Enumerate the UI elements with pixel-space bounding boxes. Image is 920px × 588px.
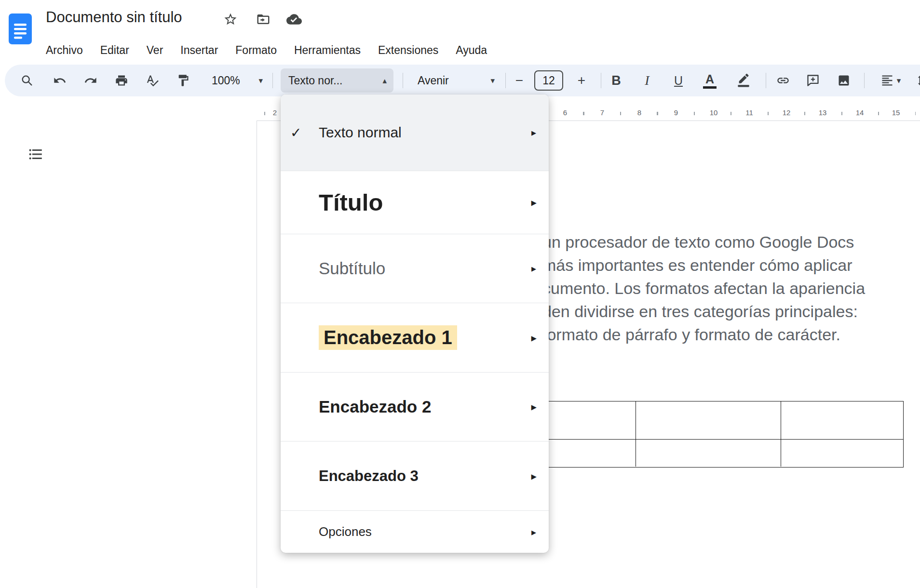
bold-button[interactable]: B xyxy=(606,70,627,91)
ruler-number: 2 xyxy=(273,108,277,117)
align-button[interactable]: ▾ xyxy=(873,70,908,91)
spellcheck-icon xyxy=(146,74,159,87)
ruler-number: 15 xyxy=(892,108,900,117)
zoom-value: 100% xyxy=(212,74,240,87)
line-spacing-button[interactable] xyxy=(913,70,920,91)
font-family-select[interactable]: Avenir ▾ xyxy=(411,70,501,91)
toolbar-divider xyxy=(766,73,766,88)
ruler-number: 14 xyxy=(856,108,864,117)
style-option-label-highlighted: Encabezado 1 xyxy=(319,325,457,350)
style-option-encabezado-1[interactable]: Encabezado 1 ▸ xyxy=(281,303,549,373)
toolbar-divider xyxy=(505,73,506,88)
chevron-down-icon: ▾ xyxy=(490,77,495,85)
submenu-arrow-icon: ▸ xyxy=(531,470,536,482)
submenu-arrow-icon: ▸ xyxy=(531,401,536,413)
submenu-arrow-icon: ▸ xyxy=(531,197,536,208)
style-option-texto-normal[interactable]: ✓ Texto normal ▸ xyxy=(281,94,549,171)
style-option-subtitulo[interactable]: Subtítulo ▸ xyxy=(281,234,549,303)
menu-extensiones[interactable]: Extensiones xyxy=(369,40,447,60)
menu-ver[interactable]: Ver xyxy=(138,40,172,60)
cloud-saved-icon xyxy=(286,12,302,27)
undo-icon xyxy=(53,74,67,87)
toolbar-divider xyxy=(272,73,273,88)
table-cell[interactable] xyxy=(636,401,781,439)
italic-button[interactable]: I xyxy=(636,70,658,91)
font-size-input[interactable]: 12 xyxy=(534,70,563,91)
paragraph-styles-select[interactable]: Texto nor... ▴ xyxy=(281,68,393,93)
menu-herramientas[interactable]: Herramientas xyxy=(285,40,369,60)
print-button[interactable] xyxy=(111,70,132,91)
table-cell[interactable] xyxy=(781,401,903,439)
style-option-label: Encabezado 3 xyxy=(319,468,419,485)
insert-image-button[interactable] xyxy=(833,70,854,91)
move-folder-icon xyxy=(256,12,271,27)
link-icon xyxy=(776,74,790,87)
search-menus-button[interactable] xyxy=(16,70,38,91)
chevron-up-icon: ▴ xyxy=(382,77,387,85)
chevron-down-icon: ▾ xyxy=(897,77,901,85)
font-size-value: 12 xyxy=(542,74,555,87)
styles-value: Texto nor... xyxy=(288,74,343,87)
minus-icon: − xyxy=(515,74,523,87)
text-color-icon: A xyxy=(703,73,717,89)
star-icon xyxy=(223,12,238,27)
toolbar-divider xyxy=(601,73,601,88)
document-status-button[interactable] xyxy=(285,11,303,28)
document-line[interactable]: formato de párrafo y formato de carácter… xyxy=(542,323,865,346)
ruler-number: 8 xyxy=(637,108,641,117)
style-option-titulo[interactable]: Título ▸ xyxy=(281,171,549,234)
star-button[interactable] xyxy=(222,11,239,28)
undo-button[interactable] xyxy=(49,70,70,91)
decrease-font-size-button[interactable]: − xyxy=(509,70,530,91)
ruler-number: 11 xyxy=(745,108,753,117)
style-option-label: Opciones xyxy=(319,524,372,539)
menu-formato[interactable]: Formato xyxy=(227,40,285,60)
document-table xyxy=(506,401,904,468)
align-left-icon xyxy=(880,74,894,87)
ruler-number: 10 xyxy=(710,108,718,117)
submenu-arrow-icon: ▸ xyxy=(531,127,536,138)
menu-archivo[interactable]: Archivo xyxy=(38,40,92,60)
plus-icon: + xyxy=(578,74,585,87)
zoom-select[interactable]: 100% ▾ xyxy=(205,70,268,91)
document-line[interactable]: den dividirse en tres categorías princip… xyxy=(542,300,865,323)
menu-ayuda[interactable]: Ayuda xyxy=(447,40,496,60)
document-line[interactable]: cumento. Los formatos afectan la aparien… xyxy=(542,277,865,300)
print-icon xyxy=(115,74,128,87)
italic-icon: I xyxy=(645,73,649,88)
font-family-value: Avenir xyxy=(418,74,449,87)
text-color-button[interactable]: A xyxy=(699,70,720,91)
style-option-encabezado-3[interactable]: Encabezado 3 ▸ xyxy=(281,441,549,511)
style-option-label: Texto normal xyxy=(319,124,402,141)
add-comment-button[interactable] xyxy=(802,70,824,91)
menu-bar: Archivo Editar Ver Insertar Formato Herr… xyxy=(38,40,496,60)
outline-list-icon xyxy=(27,146,44,162)
paint-format-button[interactable] xyxy=(173,70,194,91)
ruler-number: 13 xyxy=(819,108,827,117)
style-option-encabezado-2[interactable]: Encabezado 2 ▸ xyxy=(281,373,549,441)
highlighter-icon xyxy=(737,74,750,87)
table-cell[interactable] xyxy=(636,440,781,467)
insert-link-button[interactable] xyxy=(772,70,794,91)
spellcheck-button[interactable] xyxy=(142,70,163,91)
table-cell[interactable] xyxy=(781,440,903,467)
document-text[interactable]: un procesador de texto como Google Docs … xyxy=(542,230,865,346)
document-outline-button[interactable] xyxy=(25,144,46,165)
document-line[interactable]: más importantes es entender cómo aplicar xyxy=(542,254,865,277)
increase-font-size-button[interactable]: + xyxy=(571,70,592,91)
document-title[interactable]: Documento sin título xyxy=(46,9,182,26)
toolbar-divider xyxy=(864,73,865,88)
style-option-label: Título xyxy=(319,189,383,216)
menu-insertar[interactable]: Insertar xyxy=(172,40,227,60)
redo-button[interactable] xyxy=(80,70,101,91)
menu-editar[interactable]: Editar xyxy=(92,40,138,60)
document-line[interactable]: un procesador de texto como Google Docs xyxy=(542,230,865,254)
check-icon: ✓ xyxy=(290,125,301,141)
chevron-down-icon: ▾ xyxy=(258,77,263,85)
underline-button[interactable]: U xyxy=(668,70,689,91)
highlight-color-button[interactable] xyxy=(733,70,754,91)
google-docs-logo-icon[interactable] xyxy=(9,13,32,44)
paint-format-icon xyxy=(176,74,190,87)
move-button[interactable] xyxy=(255,11,272,28)
style-option-opciones[interactable]: Opciones ▸ xyxy=(281,511,549,553)
